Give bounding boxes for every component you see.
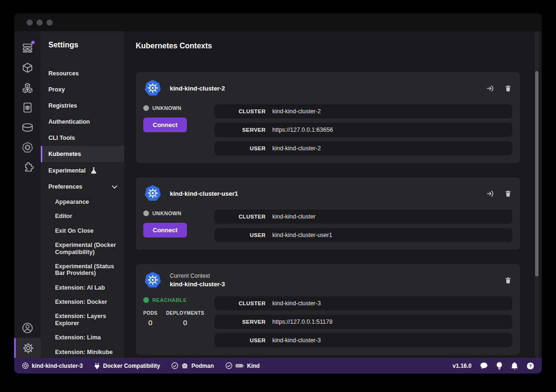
nav-subitem-editor[interactable]: Editor bbox=[55, 209, 124, 223]
context-status: REACHABLE bbox=[143, 297, 214, 303]
connect-button[interactable]: Connect bbox=[143, 223, 187, 237]
nav-item-proxy[interactable]: Proxy bbox=[48, 82, 124, 98]
row-value: kind-kind-cluster-3 bbox=[272, 300, 321, 307]
preferences-sublist: Appearance Editor Exit On Close Experime… bbox=[55, 195, 124, 358]
nav-item-authentication[interactable]: Authentication bbox=[48, 114, 124, 130]
kubernetes-logo-icon bbox=[143, 79, 162, 98]
row-value: kind-kind-cluster bbox=[272, 213, 315, 220]
nav-item-experimental-label: Experimental bbox=[48, 167, 86, 174]
comment-icon bbox=[480, 362, 488, 369]
nav-item-resources[interactable]: Resources bbox=[48, 65, 124, 82]
nav-subitem-extension-docker[interactable]: Extension: Docker bbox=[55, 295, 124, 309]
volumes-icon bbox=[21, 122, 34, 133]
question-icon: ? bbox=[527, 362, 534, 370]
delete-context-button[interactable] bbox=[504, 189, 512, 198]
nav-item-cli-tools[interactable]: CLI Tools bbox=[48, 130, 124, 146]
window-minimize-button[interactable] bbox=[37, 19, 43, 26]
status-label: REACHABLE bbox=[152, 297, 187, 303]
nav-item-preferences[interactable]: Preferences bbox=[48, 179, 124, 195]
feedback-button[interactable] bbox=[480, 362, 488, 369]
sidebar-item-account[interactable] bbox=[14, 318, 41, 338]
statusbar-kind[interactable]: Kind bbox=[225, 362, 260, 369]
sidebar-item-images[interactable] bbox=[14, 98, 41, 118]
status-bar: kind-kind-cluster-3 Docker Compatibility… bbox=[14, 358, 542, 374]
tips-button[interactable] bbox=[496, 362, 502, 370]
nav-subitem-experimental-status-bar-providers[interactable]: Experimental (Status Bar Providers) bbox=[55, 259, 124, 281]
nav-item-kubernetes[interactable]: Kubernetes bbox=[48, 146, 124, 162]
bell-icon bbox=[511, 362, 518, 370]
context-row-user: USER kind-kind-cluster-2 bbox=[214, 141, 512, 155]
delete-context-button[interactable] bbox=[504, 276, 512, 284]
window-zoom-button[interactable] bbox=[46, 19, 53, 26]
notification-dot bbox=[31, 41, 35, 44]
plug-icon bbox=[94, 363, 100, 369]
context-card-kind-kind-cluster-3: Current Context kind-kind-cluster-3 bbox=[136, 264, 520, 355]
nav-item-experimental[interactable]: Experimental bbox=[48, 162, 124, 179]
sidebar-item-containers[interactable] bbox=[14, 58, 41, 78]
context-row-cluster: CLUSTER kind-kind-cluster bbox=[214, 210, 512, 224]
context-name: kind-kind-cluster-3 bbox=[170, 281, 225, 288]
row-label: CLUSTER bbox=[214, 109, 266, 114]
statusbar-podman[interactable]: Podman bbox=[171, 362, 213, 369]
row-label: SERVER bbox=[214, 127, 266, 133]
statusbar-docker-compat-label: Docker Compatibility bbox=[103, 363, 160, 369]
sidebar-item-dashboard[interactable] bbox=[14, 38, 41, 58]
pods-count: 0 bbox=[148, 319, 152, 327]
nav-subitem-extension-layers-explorer[interactable]: Extension: Layers Explorer bbox=[55, 309, 124, 330]
pods-label: PODS bbox=[143, 310, 158, 316]
nav-subitem-experimental-docker-compatibility[interactable]: Experimental (Docker Compatibility) bbox=[55, 238, 124, 259]
sidebar-item-kubernetes[interactable] bbox=[14, 137, 41, 157]
delete-context-button[interactable] bbox=[504, 84, 512, 92]
statusbar-context-label: kind-kind-cluster-3 bbox=[32, 363, 83, 369]
context-row-user: USER kind-kind-cluster-user1 bbox=[214, 228, 512, 242]
nav-subitem-extension-ai-lab[interactable]: Extension: AI Lab bbox=[55, 281, 124, 295]
set-current-context-button[interactable] bbox=[486, 189, 494, 198]
app-window: Settings Resources Proxy Registries Auth… bbox=[14, 13, 542, 374]
context-row-cluster: CLUSTER kind-kind-cluster-2 bbox=[214, 104, 512, 119]
context-status: UNKNOWN bbox=[143, 105, 214, 111]
row-value: kind-kind-cluster-user1 bbox=[272, 232, 332, 238]
context-name: kind-kind-cluster-2 bbox=[170, 85, 225, 92]
nav-subitem-extension-lima[interactable]: Extension: Lima bbox=[55, 330, 124, 345]
sign-in-icon bbox=[486, 190, 494, 198]
row-label: SERVER bbox=[214, 319, 266, 325]
nav-item-registries[interactable]: Registries bbox=[48, 98, 124, 114]
app-version: v1.16.0 bbox=[453, 363, 472, 369]
activity-bar bbox=[14, 31, 41, 358]
row-label: USER bbox=[214, 232, 266, 238]
connect-button[interactable]: Connect bbox=[143, 118, 187, 132]
row-value: kind-kind-cluster-3 bbox=[272, 337, 321, 344]
row-label: CLUSTER bbox=[214, 301, 266, 306]
check-circle-icon bbox=[225, 362, 232, 369]
context-card-kind-kind-cluster-2: kind-kind-cluster-2 bbox=[136, 72, 520, 163]
window-close-button[interactable] bbox=[27, 19, 33, 26]
row-label: USER bbox=[214, 337, 266, 343]
kubernetes-logo-icon bbox=[143, 184, 162, 203]
status-label: UNKNOWN bbox=[152, 210, 181, 216]
check-circle-icon bbox=[171, 362, 178, 369]
row-value: kind-kind-cluster-2 bbox=[272, 108, 321, 115]
statusbar-docker-compatibility[interactable]: Docker Compatibility bbox=[94, 363, 160, 369]
sidebar-item-extensions[interactable] bbox=[14, 157, 41, 177]
set-current-context-button[interactable] bbox=[486, 84, 494, 92]
deployments-label: DEPLOYMENTS bbox=[166, 310, 204, 316]
images-icon bbox=[22, 102, 33, 113]
chevron-down-icon bbox=[111, 185, 118, 189]
podman-icon bbox=[181, 363, 188, 369]
statusbar-kube-context[interactable]: kind-kind-cluster-3 bbox=[22, 362, 83, 369]
context-row-user: USER kind-kind-cluster-3 bbox=[214, 333, 512, 347]
sidebar-item-settings[interactable] bbox=[14, 338, 41, 358]
nav-subitem-exit-on-close[interactable]: Exit On Close bbox=[55, 224, 124, 238]
help-button[interactable]: ? bbox=[527, 362, 534, 370]
sidebar-item-volumes[interactable] bbox=[14, 118, 41, 137]
notifications-button[interactable] bbox=[511, 362, 518, 370]
nav-subitem-appearance[interactable]: Appearance bbox=[55, 195, 124, 209]
status-dot-icon bbox=[143, 210, 149, 216]
trash-icon bbox=[504, 190, 512, 198]
row-value: https://127.0.0.1:51178 bbox=[272, 319, 333, 325]
nav-subitem-extension-minikube[interactable]: Extension: Minikube bbox=[55, 345, 124, 358]
kind-icon bbox=[235, 363, 244, 369]
sidebar-item-pods[interactable] bbox=[14, 78, 41, 98]
scrollbar-thumb[interactable] bbox=[535, 71, 538, 276]
deployments-count: 0 bbox=[183, 319, 187, 327]
